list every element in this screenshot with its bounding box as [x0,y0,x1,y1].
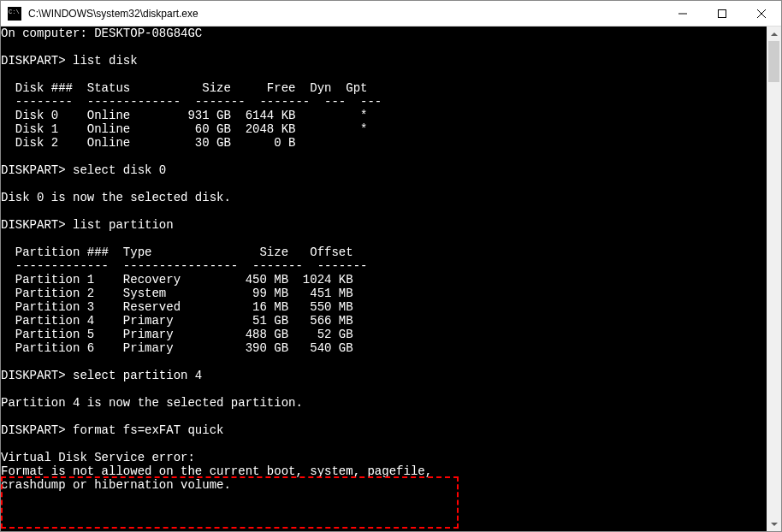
svg-rect-1 [719,9,726,17]
scroll-down-button[interactable] [767,517,781,531]
maximize-button[interactable] [702,1,742,26]
svg-marker-4 [771,33,778,36]
scroll-up-button[interactable] [767,27,781,41]
console-output[interactable]: On computer: DESKTOP-08G84GC DISKPART> l… [1,27,767,531]
close-button[interactable] [742,1,781,26]
minimize-button[interactable] [663,1,702,26]
window-titlebar: C:\WINDOWS\system32\diskpart.exe [1,1,781,27]
scrollbar-thumb[interactable] [768,41,779,82]
console-area: On computer: DESKTOP-08G84GC DISKPART> l… [1,27,781,531]
svg-marker-5 [771,523,778,526]
window-controls [663,1,781,26]
app-icon [8,7,21,21]
vertical-scrollbar[interactable] [767,27,781,531]
window-title: C:\WINDOWS\system32\diskpart.exe [28,8,663,20]
